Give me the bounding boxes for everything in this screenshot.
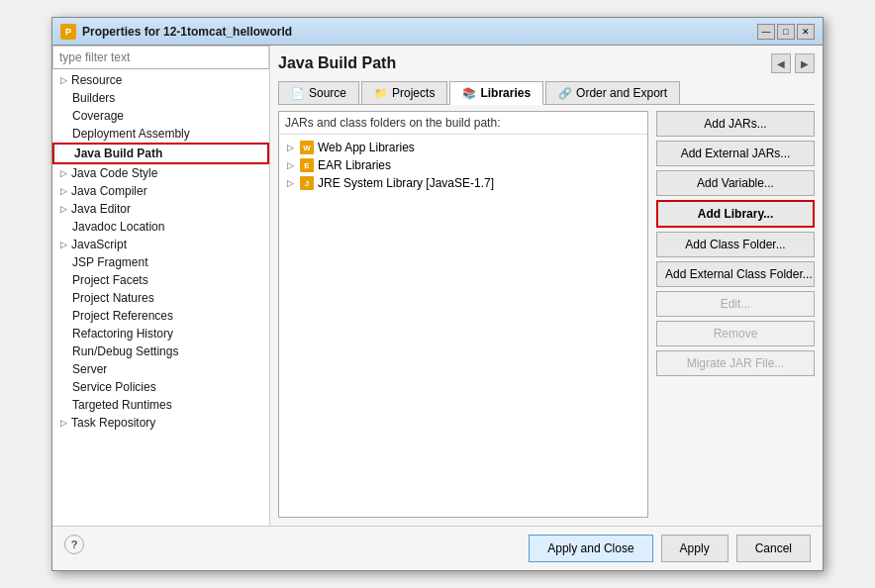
remove-button: Remove [656, 321, 815, 346]
cancel-button[interactable]: Cancel [736, 535, 811, 562]
tree-item-label: Resource [71, 73, 122, 87]
tree-item-label: Builders [72, 91, 115, 105]
jar-item-label: EAR Libraries [318, 158, 391, 172]
minimize-button[interactable]: — [757, 24, 775, 40]
title-bar: P Properties for 12-1tomcat_helloworld —… [52, 18, 823, 46]
tree-item[interactable]: Deployment Assembly [52, 125, 269, 143]
expand-arrow-icon: ▷ [60, 168, 67, 178]
jar-item-label: Web App Libraries [318, 141, 415, 154]
tab-icon: 📄 [291, 87, 305, 100]
tab-label: Order and Export [576, 86, 667, 100]
tree-item[interactable]: Targeted Runtimes [52, 396, 269, 414]
tree-item[interactable]: Project References [52, 307, 269, 325]
dialog-footer: ? Apply and Close Apply Cancel [52, 526, 823, 570]
tree-item[interactable]: ▷ Task Repository [52, 414, 269, 432]
buttons-panel: Add JARs...Add External JARs...Add Varia… [656, 111, 815, 518]
tree-item[interactable]: ▷ JavaScript [52, 236, 269, 253]
tab-label: Libraries [480, 86, 531, 100]
tree-item[interactable]: Javadoc Location [52, 218, 269, 236]
tree-item[interactable]: Run/Debug Settings [52, 343, 269, 360]
add-jars-button[interactable]: Add JARs... [656, 111, 815, 137]
tree-item-label: Task Repository [71, 416, 155, 430]
tree-item-label: JSP Fragment [72, 255, 147, 269]
tree-item-label: Service Policies [72, 380, 156, 394]
jars-panel-label: JARs and class folders on the build path… [279, 112, 647, 135]
tree-item[interactable]: Project Natures [52, 289, 269, 307]
tab-projects[interactable]: 📁Projects [361, 81, 447, 104]
add-external-class-folder-button[interactable]: Add External Class Folder... [656, 261, 815, 287]
jars-panel: JARs and class folders on the build path… [278, 111, 648, 518]
nav-arrows: ◀ ▶ [771, 53, 815, 73]
jar-list-item[interactable]: ▷JJRE System Library [JavaSE-1.7] [283, 174, 643, 192]
tree-item[interactable]: Refactoring History [52, 325, 269, 343]
migrate-jar-button: Migrate JAR File... [656, 350, 815, 376]
expand-arrow-icon: ▷ [60, 75, 67, 85]
maximize-button[interactable]: □ [777, 24, 795, 40]
tree-item-label: Java Build Path [74, 147, 162, 160]
expand-arrow-icon: ▷ [60, 240, 67, 249]
apply-button[interactable]: Apply [661, 535, 729, 562]
tree-item[interactable]: Java Build Path [52, 143, 269, 164]
tab-source[interactable]: 📄Source [278, 81, 359, 104]
tree-item[interactable]: ▷ Resource [52, 71, 269, 89]
expand-arrow-icon: ▷ [60, 186, 67, 196]
apply-and-close-button[interactable]: Apply and Close [529, 535, 652, 562]
tab-libraries[interactable]: 📚Libraries [449, 81, 543, 105]
tree-item-label: Targeted Runtimes [72, 398, 172, 412]
help-button[interactable]: ? [64, 535, 84, 554]
panel-header: Java Build Path ◀ ▶ [278, 53, 815, 73]
filter-input[interactable] [52, 46, 269, 69]
tab-icon: 🔗 [558, 87, 572, 100]
tree-item-label: Java Compiler [71, 184, 147, 198]
tree-item-label: Project Facets [72, 273, 148, 287]
tree-item[interactable]: ▷ Java Editor [52, 200, 269, 218]
add-external-jars-button[interactable]: Add External JARs... [656, 141, 815, 166]
expand-arrow-icon: ▷ [287, 160, 294, 170]
jar-icon: J [300, 176, 314, 190]
tree-item[interactable]: Builders [52, 89, 269, 107]
tree-item-label: Java Code Style [71, 166, 157, 180]
tab-order-and-export[interactable]: 🔗Order and Export [545, 81, 680, 104]
dialog-title: Properties for 12-1tomcat_helloworld [82, 25, 292, 39]
tree-item-label: Java Editor [71, 202, 131, 216]
tree-item[interactable]: Service Policies [52, 378, 269, 396]
jar-icon: W [300, 141, 314, 154]
title-bar-buttons: — □ ✕ [757, 24, 815, 40]
tree-item-label: Project References [72, 309, 173, 323]
jar-list-item[interactable]: ▷EEAR Libraries [283, 156, 643, 174]
tree-item-label: Deployment Assembly [72, 127, 190, 141]
left-panel: ▷ ResourceBuildersCoverageDeployment Ass… [52, 46, 270, 526]
tree-item-label: Refactoring History [72, 327, 173, 341]
tree-item-label: Coverage [72, 109, 124, 123]
close-button[interactable]: ✕ [797, 24, 815, 40]
tree-item[interactable]: Server [52, 360, 269, 378]
jar-list-item[interactable]: ▷WWeb App Libraries [283, 139, 643, 156]
tree-item-label: Run/Debug Settings [72, 344, 178, 358]
tree-item-label: Project Natures [72, 291, 154, 305]
jars-list: ▷WWeb App Libraries▷EEAR Libraries▷JJRE … [279, 135, 647, 517]
expand-arrow-icon: ▷ [60, 204, 67, 214]
tree-item[interactable]: Coverage [52, 107, 269, 125]
panel-title: Java Build Path [278, 54, 396, 72]
right-panel: Java Build Path ◀ ▶ 📄Source📁Projects📚Lib… [270, 46, 823, 526]
tree-item[interactable]: ▷ Java Code Style [52, 164, 269, 182]
main-area: JARs and class folders on the build path… [278, 111, 815, 518]
tree-item-label: Javadoc Location [72, 220, 164, 234]
expand-arrow-icon: ▷ [60, 418, 67, 428]
expand-arrow-icon: ▷ [287, 178, 294, 188]
tab-label: Projects [392, 86, 435, 100]
tab-label: Source [309, 86, 346, 100]
tabs-container: 📄Source📁Projects📚Libraries🔗Order and Exp… [278, 81, 815, 105]
tree-item[interactable]: Project Facets [52, 271, 269, 289]
add-library-button[interactable]: Add Library... [656, 200, 815, 228]
dialog-window: P Properties for 12-1tomcat_helloworld —… [51, 17, 824, 571]
tree-item[interactable]: JSP Fragment [52, 253, 269, 271]
nav-forward-button[interactable]: ▶ [795, 53, 815, 73]
add-variable-button[interactable]: Add Variable... [656, 170, 815, 196]
expand-arrow-icon: ▷ [287, 143, 294, 152]
jar-item-label: JRE System Library [JavaSE-1.7] [318, 176, 494, 190]
dialog-icon: P [60, 24, 76, 40]
add-class-folder-button[interactable]: Add Class Folder... [656, 232, 815, 257]
tree-item[interactable]: ▷ Java Compiler [52, 182, 269, 200]
nav-back-button[interactable]: ◀ [771, 53, 791, 73]
